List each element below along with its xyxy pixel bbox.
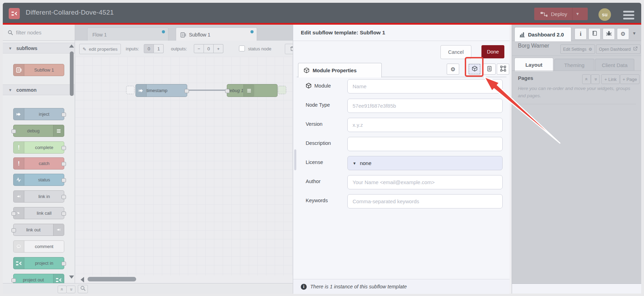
canvas-scroll-left-icon[interactable]	[81, 277, 84, 282]
subflow-properties-tab-button[interactable]: ⚙	[447, 64, 459, 75]
keywords-field[interactable]: Comma-separated keywords	[347, 194, 503, 208]
node-port	[61, 178, 66, 182]
node-port	[61, 146, 66, 150]
palette-node-link-in[interactable]: link in	[13, 190, 64, 203]
outputs-count: 0	[204, 44, 214, 53]
description-field[interactable]	[347, 137, 503, 151]
done-button[interactable]: Done	[481, 45, 504, 58]
palette-scroll-down-icon[interactable]	[69, 276, 74, 279]
deploy-label: Deploy	[551, 11, 567, 17]
palette-node-catch[interactable]: !catch	[13, 157, 64, 170]
node-type-field[interactable]: 57ee91f687e3f85b	[347, 99, 503, 113]
panel-scrollbar[interactable]	[294, 149, 296, 170]
appearance-icon	[500, 66, 506, 73]
edit-settings-label: Edit Settings	[563, 47, 586, 52]
canvas-zoom-search-button[interactable]	[78, 285, 88, 293]
deploy-button[interactable]: Deploy ▼	[534, 8, 588, 20]
document-icon	[487, 66, 492, 73]
sidebar-book-button[interactable]	[588, 28, 601, 40]
debug-toggle-button[interactable]	[243, 84, 254, 97]
palette-category-common[interactable]: ▼common	[3, 84, 75, 95]
palette-node-comment[interactable]: comment	[13, 240, 64, 253]
palette-node-debug[interactable]: debug	[13, 125, 64, 137]
nodered-icon	[14, 257, 24, 269]
delete-subflow-button[interactable]	[285, 44, 293, 54]
palette-node-label: complete	[24, 145, 64, 150]
sidebar-info-button[interactable]: i	[575, 28, 587, 40]
palette-node-Subflow-1[interactable]: Subflow 1	[13, 64, 64, 76]
module-properties-tab-button[interactable]	[468, 64, 481, 75]
palette-search-placeholder: filter nodes	[16, 30, 41, 35]
sidebar-gear-button[interactable]: ⚙	[617, 28, 629, 40]
canvas-horizontal-scrollbar[interactable]	[88, 277, 136, 281]
palette-scroll-up-icon[interactable]	[69, 44, 74, 48]
palette-expand-all-button[interactable]: «	[66, 286, 75, 293]
tab-dashboard-2[interactable]: Dashboard 2.0	[514, 27, 571, 41]
inject-icon	[14, 108, 24, 120]
tab-flow-1-label: Flow 1	[92, 32, 107, 38]
user-avatar[interactable]: su	[598, 8, 611, 21]
tab-subflow-1[interactable]: Subflow 1	[176, 27, 257, 42]
node-debug-1[interactable]: debug 1	[227, 84, 278, 97]
edit-properties-button[interactable]: ✎ edit properties	[79, 44, 121, 54]
author-field[interactable]: Your Name <email@example.com>	[347, 175, 503, 189]
cancel-button[interactable]: Cancel	[440, 45, 471, 59]
palette-search-input[interactable]: filter nodes	[3, 25, 75, 41]
palette-node-inject[interactable]: inject	[13, 108, 64, 120]
sidebar-divider	[512, 56, 641, 56]
version-field[interactable]: x.y.z	[347, 118, 503, 132]
tab-flow-1[interactable]: Flow 1	[87, 27, 168, 42]
outputs-minus-button[interactable]: −	[194, 44, 204, 53]
open-dashboard-button[interactable]: Open Dashboard	[596, 44, 641, 54]
header-bar: Different-Collared-Dove-4521 Deploy ▼ su	[3, 3, 641, 23]
appearance-tab-button[interactable]	[497, 64, 509, 75]
cube-icon	[306, 83, 312, 89]
palette-category-label: subflows	[16, 46, 38, 51]
node-port	[11, 129, 16, 133]
description-tab-button[interactable]	[483, 64, 496, 75]
inputs-1-button[interactable]: 1	[154, 44, 164, 53]
palette-node-link-call[interactable]: link call	[13, 207, 64, 219]
status-node-checkbox[interactable]	[239, 46, 245, 51]
inputs-0-button[interactable]: 0	[144, 44, 154, 53]
sidebar-bug-button[interactable]	[603, 28, 615, 40]
deploy-caret-icon[interactable]: ▼	[572, 11, 583, 16]
info-icon: i	[580, 31, 581, 38]
outputs-plus-button[interactable]: +	[214, 44, 223, 53]
tab-theming[interactable]: Theming	[554, 59, 594, 71]
sidebar-caret-icon[interactable]: ▼	[632, 31, 636, 36]
palette-scrollbar[interactable]	[70, 51, 74, 96]
magnifier-icon	[80, 286, 86, 293]
main-menu-button[interactable]	[623, 11, 634, 19]
flow-canvas[interactable]: timestamp debug 1	[75, 57, 293, 276]
palette-node-complete[interactable]: !complete	[13, 141, 64, 154]
palette-node-label: status	[24, 177, 64, 182]
pencil-icon: ✎	[83, 47, 86, 52]
module-field[interactable]: Name	[347, 79, 503, 93]
tab-layout[interactable]: Layout	[514, 58, 553, 71]
palette-node-project-out[interactable]: project out	[13, 274, 64, 283]
palette-collapse-all-button[interactable]: «	[58, 286, 67, 293]
palette-node-project-in[interactable]: project in	[13, 257, 64, 269]
license-select[interactable]: ▼none	[347, 156, 503, 170]
pages-hint: Here you can re-order and move your widg…	[518, 85, 636, 100]
pages-move-up-button[interactable]: «	[582, 74, 591, 84]
add-link-button[interactable]: + Link	[601, 74, 620, 84]
edit-settings-button[interactable]: Edit Settings ⚙	[560, 44, 595, 54]
node-timestamp[interactable]: timestamp	[135, 84, 187, 97]
palette-node-label: link call	[24, 211, 64, 216]
tab-client-data[interactable]: Client Data	[595, 59, 634, 71]
node-timestamp-output-port[interactable]	[184, 89, 189, 93]
tab-flow-1-changes-dot	[162, 30, 165, 33]
palette-node-status[interactable]: status	[13, 174, 64, 186]
node-type-label: Node Type	[306, 102, 330, 108]
pulse-icon	[14, 174, 24, 186]
tab-module-properties[interactable]: Module Properties	[298, 63, 382, 77]
palette-category-subflows[interactable]: ▼subflows	[3, 43, 75, 54]
pages-move-down-button[interactable]: «	[591, 74, 600, 84]
palette-node-link-out[interactable]: link out	[13, 224, 64, 236]
node-debug-1-input-port[interactable]	[225, 89, 230, 93]
add-page-button[interactable]: + Page	[620, 74, 639, 84]
palette-node-label: project in	[24, 261, 64, 266]
project-title: Different-Collared-Dove-4521	[26, 9, 114, 16]
